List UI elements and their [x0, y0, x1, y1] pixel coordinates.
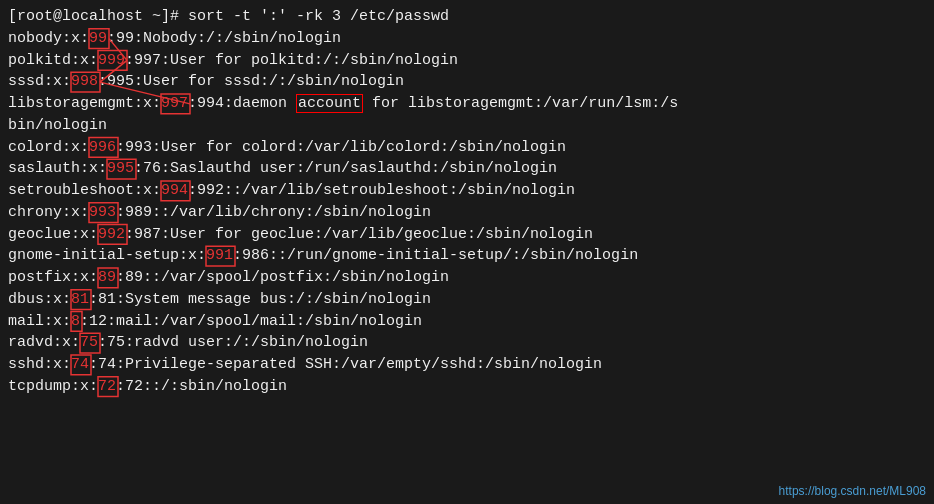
terminal-window: [root@localhost ~]# sort -t ':' -rk 3 /e…: [0, 0, 934, 504]
uid-highlight: 74: [71, 356, 89, 373]
uid-highlight: 8: [71, 313, 80, 330]
uid-highlight: 89: [98, 269, 116, 286]
output-line-3: sssd:x:998:995:User for sssd:/:/sbin/nol…: [8, 71, 926, 93]
uid-highlight: 81: [71, 291, 89, 308]
output-line-8: chrony:x:993:989::/var/lib/chrony:/sbin/…: [8, 202, 926, 224]
uid-highlight: 75: [80, 334, 98, 351]
command-line: [root@localhost ~]# sort -t ':' -rk 3 /e…: [8, 6, 926, 28]
output-line-2: polkitd:x:999:997:User for polkitd:/:/sb…: [8, 50, 926, 72]
output-line-13: mail:x:8:12:mail:/var/spool/mail:/sbin/n…: [8, 311, 926, 333]
output-line-9: geoclue:x:992:987:User for geoclue:/var/…: [8, 224, 926, 246]
output-line-5: colord:x:996:993:User for colord:/var/li…: [8, 137, 926, 159]
uid-highlight: 996: [89, 139, 116, 156]
output-line-6: saslauth:x:995:76:Saslauthd user:/run/sa…: [8, 158, 926, 180]
uid-highlight: 998: [71, 73, 98, 90]
output-line-16: tcpdump:x:72:72::/:sbin/nologin: [8, 376, 926, 398]
uid-highlight: 992: [98, 226, 125, 243]
uid-highlight: 99: [89, 30, 107, 47]
output-line-15: sshd:x:74:74:Privilege-separated SSH:/va…: [8, 354, 926, 376]
output-line-7: setroubleshoot:x:994:992::/var/lib/setro…: [8, 180, 926, 202]
output-line-4b: bin/nologin: [8, 115, 926, 137]
output-line-4: libstoragemgmt:x:997:994:daemon account …: [8, 93, 926, 115]
uid-highlight: 993: [89, 204, 116, 221]
output-line-11: postfix:x:89:89::/var/spool/postfix:/sbi…: [8, 267, 926, 289]
uid-highlight: 991: [206, 247, 233, 264]
uid-highlight: 997: [161, 95, 188, 112]
output-line-14: radvd:x:75:75:radvd user:/:/sbin/nologin: [8, 332, 926, 354]
uid-highlight: 999: [98, 52, 125, 69]
uid-highlight: 72: [98, 378, 116, 395]
watermark: https://blog.csdn.net/ML908: [779, 484, 926, 498]
uid-highlight: 995: [107, 160, 134, 177]
output-line-10: gnome-initial-setup:x:991:986::/run/gnom…: [8, 245, 926, 267]
output-line-12: dbus:x:81:81:System message bus:/:/sbin/…: [8, 289, 926, 311]
uid-highlight: 994: [161, 182, 188, 199]
output-line-1: nobody:x:99:99:Nobody:/:/sbin/nologin: [8, 28, 926, 50]
